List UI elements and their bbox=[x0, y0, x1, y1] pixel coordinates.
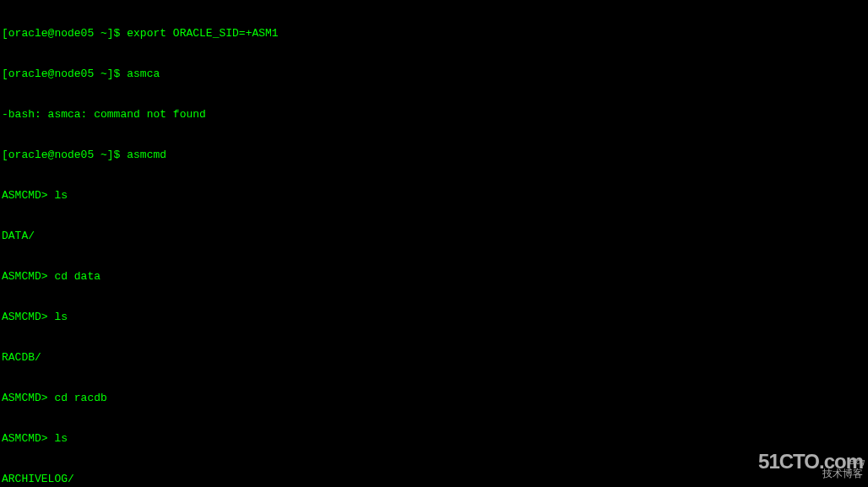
terminal-line: ASMCMD> cd data bbox=[2, 270, 866, 284]
terminal-line: ASMCMD> ls bbox=[2, 189, 866, 203]
terminal-line: [oracle@node05 ~]$ asmcmd bbox=[2, 149, 866, 162]
terminal-line: DATA/ bbox=[2, 230, 866, 243]
terminal-line: ASMCMD> ls bbox=[2, 432, 866, 446]
terminal-line: ASMCMD> ls bbox=[2, 311, 866, 324]
terminal-line: RACDB/ bbox=[2, 351, 866, 365]
terminal-line: ASMCMD> cd racdb bbox=[2, 392, 866, 405]
watermark: 51CTO.com Blog 技术博客 bbox=[758, 455, 863, 480]
watermark-blog: Blog bbox=[849, 455, 865, 468]
terminal-line: [oracle@node05 ~]$ export ORACLE_SID=+AS… bbox=[2, 27, 866, 41]
terminal-output[interactable]: [oracle@node05 ~]$ export ORACLE_SID=+AS… bbox=[0, 0, 868, 487]
terminal-line: -bash: asmca: command not found bbox=[2, 108, 866, 122]
terminal-line: ARCHIVELOG/ bbox=[2, 473, 866, 486]
terminal-line: [oracle@node05 ~]$ asmca bbox=[2, 68, 866, 81]
